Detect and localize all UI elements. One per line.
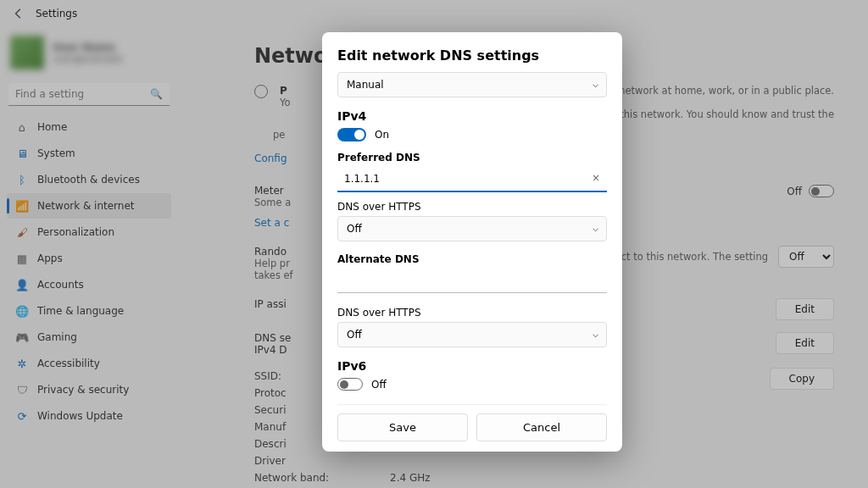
- dns-mode-select[interactable]: Manual: [337, 72, 607, 97]
- clear-input-icon[interactable]: ×: [592, 172, 600, 184]
- nav-label: Privacy & security: [37, 384, 129, 396]
- random-mac-select[interactable]: Off: [778, 246, 834, 268]
- avatar: [10, 36, 44, 69]
- back-button[interactable]: [10, 5, 27, 22]
- search-input[interactable]: [8, 83, 170, 106]
- dns-edit-button[interactable]: Edit: [776, 332, 834, 354]
- profile-line1a: Yo: [280, 97, 291, 108]
- nav-label: Windows Update: [37, 410, 123, 422]
- arrow-left-icon: [13, 8, 25, 19]
- sidebar-item-home[interactable]: ⌂Home: [7, 114, 171, 140]
- metered-toggle[interactable]: [809, 185, 834, 197]
- dialog-title: Edit network DNS settings: [337, 47, 607, 64]
- ipv6-heading: IPv6: [337, 359, 607, 373]
- nav-label: Apps: [37, 252, 63, 264]
- nav-icon: ⟳: [15, 409, 29, 423]
- doh2-select[interactable]: Off: [337, 322, 607, 347]
- property-label: Driver: [254, 455, 356, 467]
- nav-label: Home: [37, 121, 67, 133]
- nav-icon: ▦: [15, 252, 29, 265]
- nav-icon: ⌂: [15, 120, 29, 134]
- sidebar-item-accounts[interactable]: 👤Accounts: [7, 272, 171, 297]
- edit-dns-dialog: Edit network DNS settings Manual IPv4 On…: [322, 32, 622, 452]
- ipv6-toggle[interactable]: [337, 378, 363, 391]
- profile-email: user@example: [53, 53, 122, 64]
- nav-label: Network & internet: [37, 200, 135, 212]
- profile-block[interactable]: User Name user@example: [7, 32, 171, 78]
- nav-label: Bluetooth & devices: [37, 174, 140, 186]
- ip-edit-button[interactable]: Edit: [776, 298, 834, 320]
- save-button[interactable]: Save: [337, 413, 468, 441]
- nav-icon: 🎮: [15, 330, 29, 344]
- profile-name: User Name: [53, 42, 122, 53]
- nav-icon: 🖌: [15, 225, 29, 239]
- nav-label: Personalization: [37, 226, 114, 238]
- ipv4-heading: IPv4: [337, 109, 607, 123]
- random-mac-desc2: takes ef: [254, 269, 293, 281]
- metered-toggle-label: Off: [787, 186, 802, 197]
- property-row: Driver: [254, 452, 431, 469]
- sidebar-item-windows-update[interactable]: ⟳Windows Update: [7, 403, 171, 429]
- nav-label: Time & language: [37, 305, 124, 317]
- doh1-label: DNS over HTTPS: [337, 201, 607, 213]
- sidebar-item-network-internet[interactable]: 📶Network & internet: [7, 193, 171, 219]
- nav-label: Gaming: [37, 331, 77, 343]
- nav-icon: 📶: [15, 199, 29, 213]
- nav-icon: 👤: [15, 278, 29, 291]
- sidebar-item-apps[interactable]: ▦Apps: [7, 246, 171, 271]
- sidebar-item-time-language[interactable]: 🌐Time & language: [7, 298, 171, 324]
- random-desc-suffix: nnect to this network. The setting: [603, 251, 768, 263]
- doh2-label: DNS over HTTPS: [337, 307, 607, 319]
- header-title: Settings: [36, 8, 77, 19]
- nav-label: System: [37, 147, 75, 159]
- sidebar-item-system[interactable]: 🖥System: [7, 141, 171, 166]
- nav-icon: 🌐: [15, 304, 29, 318]
- property-row: Network band:2.4 GHz: [254, 469, 431, 486]
- metered-desc: Some a: [254, 197, 291, 208]
- search-icon: 🔍: [150, 88, 163, 100]
- nav-icon: 🛡: [15, 383, 29, 396]
- alternate-dns-input[interactable]: [337, 269, 607, 293]
- sidebar-item-personalization[interactable]: 🖌Personalization: [7, 219, 171, 245]
- dns-value: IPv4 D: [254, 344, 291, 356]
- nav-label: Accessibility: [37, 358, 100, 369]
- nav-icon: ✲: [15, 357, 29, 370]
- alternate-dns-label: Alternate DNS: [337, 253, 607, 265]
- ipv4-toggle[interactable]: [337, 128, 366, 141]
- ipv4-state-label: On: [375, 129, 389, 141]
- nav-icon: ᛒ: [15, 173, 29, 186]
- sidebar-item-privacy-security[interactable]: 🛡Privacy & security: [7, 377, 171, 402]
- sidebar-item-accessibility[interactable]: ✲Accessibility: [7, 351, 171, 376]
- copy-button[interactable]: Copy: [770, 368, 834, 390]
- preferred-dns-label: Preferred DNS: [337, 152, 607, 164]
- dns-assignment-label: DNS se: [254, 332, 291, 344]
- nav-label: Accounts: [37, 279, 84, 291]
- property-label: Network band:: [254, 472, 356, 484]
- cancel-button[interactable]: Cancel: [476, 413, 607, 441]
- sidebar-item-gaming[interactable]: 🎮Gaming: [7, 324, 171, 350]
- nav-icon: 🖥: [15, 147, 29, 160]
- doh1-select[interactable]: Off: [337, 216, 607, 241]
- profile-heading: P: [280, 85, 291, 97]
- ip-assignment-label: IP assi: [254, 298, 287, 310]
- ipv6-state-label: Off: [371, 379, 387, 391]
- metered-label: Meter: [254, 185, 291, 197]
- preferred-dns-input[interactable]: [337, 167, 607, 192]
- property-value: 2.4 GHz: [390, 472, 431, 484]
- network-profile-radio[interactable]: [254, 85, 268, 98]
- random-mac-desc1: Help pr: [254, 258, 293, 269]
- random-mac-label: Rando: [254, 246, 293, 258]
- sidebar-item-bluetooth-devices[interactable]: ᛒBluetooth & devices: [7, 167, 171, 192]
